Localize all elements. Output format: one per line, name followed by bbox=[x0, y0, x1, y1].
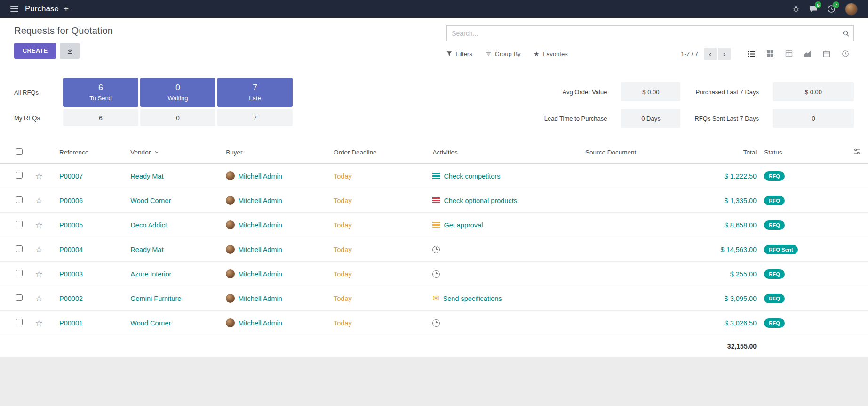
rfq-list: Reference Vendor Buyer Order Deadline Ac… bbox=[0, 141, 868, 357]
row-reference[interactable]: P00006 bbox=[56, 188, 127, 213]
pager-next-button[interactable]: › bbox=[718, 48, 731, 60]
activity-button[interactable] bbox=[432, 237, 578, 261]
mail-icon bbox=[432, 294, 439, 302]
activity-button[interactable] bbox=[432, 262, 578, 286]
apps-menu-button[interactable] bbox=[7, 0, 22, 18]
activity-button[interactable]: Check competitors bbox=[432, 164, 578, 188]
row-vendor[interactable]: Ready Mat bbox=[127, 164, 222, 188]
row-buyer-name[interactable]: Mitchell Admin bbox=[238, 172, 282, 180]
row-checkbox[interactable] bbox=[16, 270, 23, 276]
header-status[interactable]: Status bbox=[760, 141, 826, 164]
row-buyer-name[interactable]: Mitchell Admin bbox=[238, 197, 282, 204]
activity-button[interactable]: Check optional products bbox=[432, 188, 578, 212]
pivot-view-button[interactable] bbox=[780, 47, 797, 61]
group-by-button[interactable]: Group By bbox=[486, 50, 521, 57]
favorite-star-icon[interactable]: ☆ bbox=[35, 318, 42, 328]
favorite-star-icon[interactable]: ☆ bbox=[35, 171, 42, 181]
export-button[interactable] bbox=[60, 43, 80, 59]
row-checkbox[interactable] bbox=[16, 221, 23, 227]
row-source-document bbox=[581, 286, 685, 311]
select-all-checkbox[interactable] bbox=[16, 148, 23, 155]
table-row[interactable]: ☆ P00006 Wood Corner Mitchell Admin Toda… bbox=[0, 188, 868, 213]
table-row[interactable]: ☆ P00005 Deco Addict Mitchell Admin Toda… bbox=[0, 213, 868, 237]
status-badge: RFQ bbox=[764, 294, 785, 303]
row-checkbox[interactable] bbox=[16, 196, 23, 203]
kpi-waiting-button[interactable]: 0 Waiting bbox=[140, 78, 215, 107]
row-reference[interactable]: P00005 bbox=[56, 213, 127, 237]
row-buyer-name[interactable]: Mitchell Admin bbox=[238, 319, 282, 327]
filters-button[interactable]: Filters bbox=[446, 50, 472, 57]
header-source-document[interactable]: Source Document bbox=[581, 141, 685, 164]
activity-button[interactable] bbox=[432, 311, 578, 335]
row-total: $ 14,563.00 bbox=[686, 237, 761, 262]
row-reference[interactable]: P00007 bbox=[56, 164, 127, 188]
table-row[interactable]: ☆ P00004 Ready Mat Mitchell Admin Today … bbox=[0, 237, 868, 262]
graph-view-button[interactable] bbox=[799, 47, 816, 61]
activity-button[interactable]: Get approval bbox=[432, 213, 578, 237]
row-checkbox[interactable] bbox=[16, 319, 23, 325]
row-vendor[interactable]: Wood Corner bbox=[127, 311, 222, 335]
row-activity-label: Check optional products bbox=[444, 197, 517, 204]
row-reference[interactable]: P00004 bbox=[56, 237, 127, 262]
row-checkbox[interactable] bbox=[16, 294, 23, 301]
clock-icon bbox=[432, 270, 440, 278]
my-late-button[interactable]: 7 bbox=[217, 109, 293, 126]
star-icon: ★ bbox=[534, 50, 540, 57]
kanban-view-button[interactable] bbox=[762, 47, 779, 61]
row-vendor[interactable]: Deco Addict bbox=[127, 213, 222, 237]
calendar-view-button[interactable] bbox=[818, 47, 835, 61]
optional-columns-button[interactable] bbox=[853, 148, 860, 155]
kpi-to-send-label: To Send bbox=[89, 95, 112, 102]
row-source-document bbox=[581, 262, 685, 286]
favorite-star-icon[interactable]: ☆ bbox=[35, 245, 42, 254]
row-total: $ 3,026.50 bbox=[686, 311, 761, 335]
row-checkbox[interactable] bbox=[16, 245, 23, 252]
header-reference[interactable]: Reference bbox=[56, 141, 127, 164]
my-waiting-button[interactable]: 0 bbox=[140, 109, 215, 126]
table-row[interactable]: ☆ P00003 Azure Interior Mitchell Admin T… bbox=[0, 262, 868, 286]
favorite-star-icon[interactable]: ☆ bbox=[35, 220, 42, 230]
messages-button[interactable]: 5 bbox=[805, 0, 821, 18]
chevron-down-icon[interactable] bbox=[154, 150, 159, 154]
app-name[interactable]: Purchase bbox=[25, 4, 59, 14]
row-buyer-name[interactable]: Mitchell Admin bbox=[238, 221, 282, 229]
favorites-label: Favorites bbox=[542, 50, 567, 57]
favorite-star-icon[interactable]: ☆ bbox=[35, 269, 42, 279]
search-input[interactable] bbox=[446, 25, 854, 41]
row-vendor[interactable]: Wood Corner bbox=[127, 188, 222, 213]
row-reference[interactable]: P00003 bbox=[56, 262, 127, 286]
debug-button[interactable] bbox=[788, 0, 804, 18]
header-total[interactable]: Total bbox=[686, 141, 761, 164]
user-menu-button[interactable] bbox=[841, 0, 861, 18]
favorite-star-icon[interactable]: ☆ bbox=[35, 196, 42, 205]
table-row[interactable]: ☆ P00002 Gemini Furniture Mitchell Admin… bbox=[0, 286, 868, 311]
row-vendor[interactable]: Ready Mat bbox=[127, 237, 222, 262]
search-icon[interactable] bbox=[842, 30, 850, 37]
table-row[interactable]: ☆ P00007 Ready Mat Mitchell Admin Today … bbox=[0, 164, 868, 188]
pager-previous-button[interactable]: ‹ bbox=[704, 48, 717, 60]
activity-view-button[interactable] bbox=[837, 47, 854, 61]
my-to-send-button[interactable]: 6 bbox=[63, 109, 138, 126]
new-tab-button[interactable]: + bbox=[64, 4, 69, 14]
list-view-button[interactable] bbox=[743, 47, 760, 61]
row-reference[interactable]: P00002 bbox=[56, 286, 127, 311]
favorite-star-icon[interactable]: ☆ bbox=[35, 294, 42, 303]
row-vendor[interactable]: Gemini Furniture bbox=[127, 286, 222, 311]
create-button[interactable]: CREATE bbox=[14, 43, 56, 59]
row-buyer-name[interactable]: Mitchell Admin bbox=[238, 295, 282, 302]
row-vendor[interactable]: Azure Interior bbox=[127, 262, 222, 286]
favorites-button[interactable]: ★ Favorites bbox=[534, 50, 568, 57]
kpi-late-button[interactable]: 7 Late bbox=[217, 78, 293, 107]
header-vendor[interactable]: Vendor bbox=[130, 149, 151, 156]
row-buyer-name[interactable]: Mitchell Admin bbox=[238, 270, 282, 278]
row-checkbox[interactable] bbox=[16, 172, 23, 179]
activities-button[interactable]: 7 bbox=[823, 0, 839, 18]
header-order-deadline[interactable]: Order Deadline bbox=[330, 141, 429, 164]
header-buyer[interactable]: Buyer bbox=[222, 141, 330, 164]
table-row[interactable]: ☆ P00001 Wood Corner Mitchell Admin Toda… bbox=[0, 311, 868, 335]
row-buyer-name[interactable]: Mitchell Admin bbox=[238, 246, 282, 253]
activity-button[interactable]: Send specifications bbox=[432, 286, 578, 310]
kpi-to-send-button[interactable]: 6 To Send bbox=[63, 78, 138, 107]
header-activities[interactable]: Activities bbox=[429, 141, 581, 164]
row-reference[interactable]: P00001 bbox=[56, 311, 127, 335]
